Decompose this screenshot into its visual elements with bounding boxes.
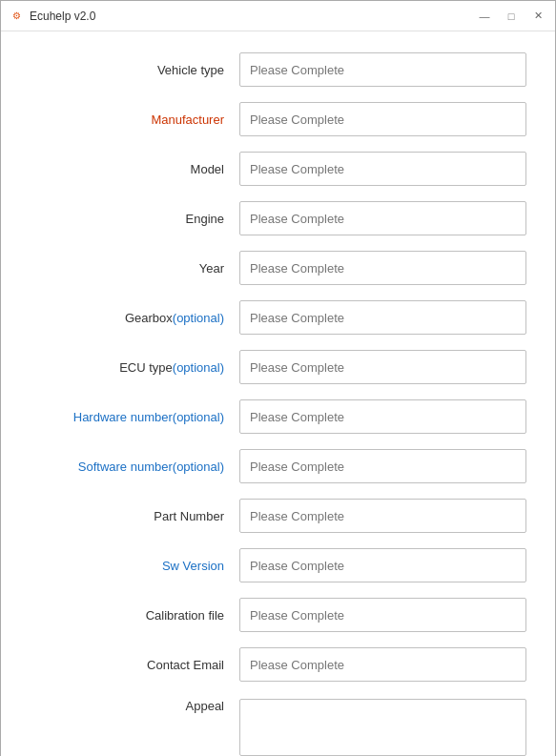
label-contact-email: Contact Email xyxy=(10,658,239,672)
label-calibration-file: Calibration file xyxy=(10,608,239,623)
field-row-year: Year xyxy=(10,249,526,287)
field-row-gearbox: Gearbox(optional) xyxy=(10,298,526,337)
form-content: Vehicle type Manufacturer Model Engine Y… xyxy=(1,31,555,756)
field-row-part-number: Part Number xyxy=(10,497,526,535)
input-sw-version[interactable] xyxy=(239,548,526,582)
label-appeal: Appeal xyxy=(10,699,239,713)
label-gearbox: Gearbox(optional) xyxy=(10,311,239,325)
label-hardware-optional: (optional) xyxy=(173,410,224,424)
label-ecu-text: ECU type xyxy=(119,360,173,375)
label-software-text: Software number xyxy=(78,460,173,474)
field-row-ecu-type: ECU type(optional) xyxy=(10,348,526,386)
window-title: Ecuhelp v2.0 xyxy=(30,10,95,23)
app-window: ⚙ Ecuhelp v2.0 — □ ✕ Vehicle type Manufa… xyxy=(0,0,556,756)
app-icon: ⚙ xyxy=(9,9,24,24)
label-model: Model xyxy=(10,162,239,176)
field-row-engine: Engine xyxy=(10,199,526,237)
label-part-number: Part Number xyxy=(10,509,239,523)
title-bar: ⚙ Ecuhelp v2.0 — □ ✕ xyxy=(1,1,555,31)
field-row-vehicle-type: Vehicle type xyxy=(10,51,526,89)
input-vehicle-type[interactable] xyxy=(239,52,526,87)
label-ecu-type: ECU type(optional) xyxy=(10,360,239,375)
title-bar-controls: — □ ✕ xyxy=(475,7,547,26)
label-software-number: Software number(optional) xyxy=(10,460,239,474)
label-software-optional: (optional) xyxy=(173,460,224,474)
field-row-model: Model xyxy=(10,150,526,188)
input-ecu-type[interactable] xyxy=(239,350,526,384)
label-engine: Engine xyxy=(10,212,239,226)
label-hardware-number: Hardware number(optional) xyxy=(10,410,239,424)
label-gearbox-optional: (optional) xyxy=(173,311,224,325)
field-row-manufacturer: Manufacturer xyxy=(10,100,526,138)
label-manufacturer: Manufacturer xyxy=(10,112,239,127)
input-software-number[interactable] xyxy=(239,449,526,483)
input-calibration-file[interactable] xyxy=(239,598,526,632)
field-row-software-number: Software number(optional) xyxy=(10,447,526,485)
title-bar-left: ⚙ Ecuhelp v2.0 xyxy=(9,9,95,24)
label-year: Year xyxy=(10,261,239,276)
input-gearbox[interactable] xyxy=(239,300,526,335)
input-contact-email[interactable] xyxy=(239,647,526,682)
label-gearbox-text: Gearbox xyxy=(125,311,173,325)
maximize-button[interactable]: □ xyxy=(502,7,521,26)
input-manufacturer[interactable] xyxy=(239,102,526,136)
field-row-calibration-file: Calibration file xyxy=(10,596,526,634)
input-model[interactable] xyxy=(239,152,526,186)
field-row-hardware-number: Hardware number(optional) xyxy=(10,398,526,436)
label-hardware-text: Hardware number xyxy=(73,410,173,424)
input-appeal[interactable] xyxy=(239,699,526,756)
input-part-number[interactable] xyxy=(239,499,526,533)
input-hardware-number[interactable] xyxy=(239,399,526,434)
input-year[interactable] xyxy=(239,251,526,285)
label-ecu-optional: (optional) xyxy=(173,360,224,375)
input-engine[interactable] xyxy=(239,201,526,235)
field-row-contact-email: Contact Email xyxy=(10,645,526,684)
field-row-sw-version: Sw Version xyxy=(10,546,526,584)
label-vehicle-type: Vehicle type xyxy=(10,63,239,77)
label-sw-version: Sw Version xyxy=(10,559,239,573)
minimize-button[interactable]: — xyxy=(475,7,494,26)
field-row-appeal: Appeal xyxy=(10,695,526,756)
close-button[interactable]: ✕ xyxy=(528,7,547,26)
